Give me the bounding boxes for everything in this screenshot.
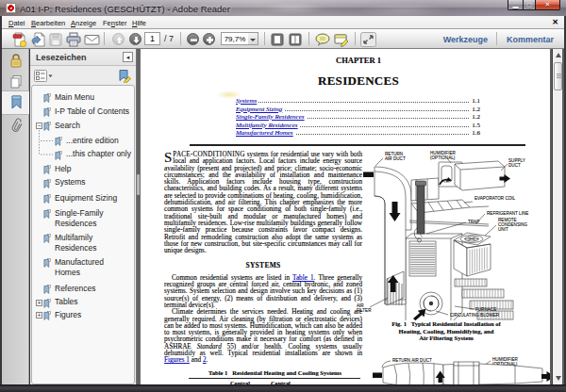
svg-text:FURNACE: FURNACE [475, 307, 496, 312]
svg-text:TRAP: TRAP [468, 220, 479, 224]
svg-text:RETURN AIR DUCT: RETURN AIR DUCT [392, 358, 432, 363]
svg-text:UNIT: UNIT [498, 227, 508, 232]
svg-text:DUCT: DUCT [508, 163, 521, 168]
svg-text:(OPTIONAL): (OPTIONAL) [430, 155, 456, 160]
svg-text:FILTER: FILTER [357, 308, 372, 313]
svg-text:EVAPORATOR COIL: EVAPORATOR COIL [474, 196, 516, 201]
svg-text:CIRCULATING BLOWER: CIRCULATING BLOWER [450, 313, 500, 318]
svg-text:AIR DUCT: AIR DUCT [385, 156, 406, 161]
svg-text:REFRIGERANT LINE: REFRIGERANT LINE [487, 211, 528, 216]
